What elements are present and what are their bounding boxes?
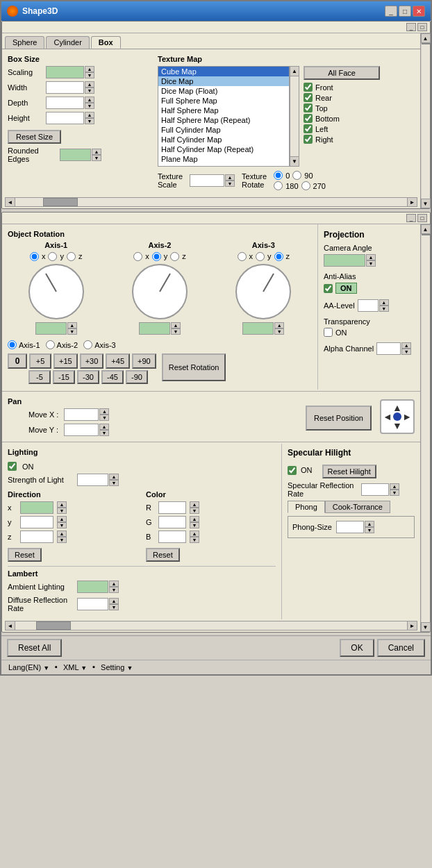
axis3-z-radio[interactable] [274,252,283,261]
plus5-button[interactable]: +5 [29,353,51,369]
ref-rate-input[interactable]: 0,30 [361,483,389,496]
depth-down[interactable]: ▼ [85,103,94,109]
panel-maximize-button[interactable]: □ [417,23,427,31]
minimize-button[interactable]: _ [385,6,397,17]
ref-rate-down[interactable]: ▼ [390,490,399,496]
xml-menu[interactable]: XML ▼ [60,662,90,672]
axis2-y-radio[interactable] [152,252,161,261]
strength-down[interactable]: ▼ [109,480,119,486]
lang-menu[interactable]: Lang(EN) ▼ [6,662,52,672]
camera-angle-up[interactable]: ▲ [366,254,376,260]
plus30-button[interactable]: +30 [80,353,104,369]
reset-size-button[interactable]: Reset Size [8,130,61,144]
axis1-z-radio[interactable] [67,252,76,261]
axis2-down[interactable]: ▼ [171,328,181,335]
camera-angle-input[interactable]: 30,0 [324,254,365,267]
axis2-up[interactable]: ▲ [171,322,181,328]
depth-input[interactable]: 1,000 [46,97,84,109]
texture-rotate-270[interactable] [301,181,310,190]
move-y-input[interactable]: 0,000 [64,424,99,436]
axis3-value-input[interactable]: 30,0 [242,322,274,335]
axsel-2-radio[interactable] [46,340,55,349]
axsel-1-radio[interactable] [8,340,17,349]
texture-rotate-180[interactable] [274,181,283,190]
scroll-right-arrow[interactable]: ► [407,198,417,206]
height-down[interactable]: ▼ [85,118,94,124]
axis3-x-radio[interactable] [238,252,247,261]
zero-button[interactable]: 0 [8,353,27,369]
listbox-scrollbar[interactable]: ▲ ▼ [290,66,299,167]
tab-cylinder[interactable]: Cylinder [46,36,89,49]
color-r-down[interactable]: ▼ [190,508,199,514]
axis2-x-radio[interactable] [133,252,142,261]
list-item[interactable]: Half Cylinder Map [158,135,289,144]
aa-level-input[interactable]: 1 [358,299,379,312]
texture-listbox[interactable]: Cube Map Dice Map Dice Map (Float) Full … [158,66,290,167]
dir-z-down[interactable]: ▼ [57,537,67,543]
list-item[interactable]: Dice Map [158,76,289,86]
close-button[interactable]: ✕ [413,6,425,17]
height-input[interactable]: 1,000 [46,112,84,124]
axis1-down[interactable]: ▼ [67,328,77,335]
aa-level-down[interactable]: ▼ [379,306,389,312]
dir-x-down[interactable]: ▼ [57,508,67,514]
strength-up[interactable]: ▲ [109,474,119,480]
axis1-value-input[interactable]: 120,0 [35,322,67,335]
scroll-top-arrow[interactable]: ▲ [421,33,431,43]
scaling-down[interactable]: ▼ [85,72,94,78]
texture-rotate-0[interactable] [274,171,283,180]
scroll-right-arrow-2[interactable]: ► [407,621,417,630]
list-item[interactable]: Plane Map [158,154,289,164]
transparency-checkbox[interactable] [324,328,333,337]
color-g-input[interactable]: 255 [158,516,186,528]
move-x-up[interactable]: ▲ [99,408,109,415]
diffuse-up[interactable]: ▲ [109,598,119,604]
face-front-checkbox[interactable] [304,83,313,92]
minus90-button[interactable]: -90 [126,370,148,384]
width-up[interactable]: ▲ [85,81,94,87]
plus90-button[interactable]: +90 [132,353,156,369]
tab-sphere[interactable]: Sphere [5,36,44,49]
specular-on-checkbox[interactable] [288,466,297,475]
dir-x-up[interactable]: ▲ [57,501,67,508]
reset-hilight-button[interactable]: Reset Hilight [322,465,376,478]
maximize-button[interactable]: □ [399,6,411,17]
rounded-down[interactable]: ▼ [92,155,101,161]
scaling-up[interactable]: ▲ [85,66,94,72]
cook-torrance-tab[interactable]: Cook-Torrance [325,501,390,513]
scroll-bottom-arrow-2[interactable]: ▼ [421,622,431,632]
face-bottom-checkbox[interactable] [304,114,313,123]
dir-y-up[interactable]: ▲ [57,516,67,522]
axis3-y-radio[interactable] [256,252,265,261]
diffuse-down[interactable]: ▼ [109,604,119,610]
list-item[interactable]: Half Sphere Map (Repeat) [158,115,289,125]
ambient-input[interactable]: 0,35 [77,581,108,593]
face-top-checkbox[interactable] [304,103,313,112]
panel2-maximize-button[interactable]: □ [417,214,427,222]
color-g-down[interactable]: ▼ [190,522,199,528]
dir-z-input[interactable]: 0,50 [20,531,53,543]
list-item[interactable]: Cube Map [158,67,289,76]
ambient-down[interactable]: ▼ [109,587,119,593]
phong-size-up[interactable]: ▲ [365,521,374,527]
color-b-up[interactable]: ▲ [190,531,199,537]
reset-rotation-button[interactable]: Reset Rotation [162,353,226,381]
list-item[interactable]: Full Cylinder Map [158,125,289,135]
panel-minimize-button[interactable]: _ [406,23,416,31]
scroll-left-arrow[interactable]: ◄ [6,198,15,206]
color-b-down[interactable]: ▼ [190,537,199,543]
scroll-bottom-arrow[interactable]: ▼ [421,199,431,208]
scroll-top-arrow-2[interactable]: ▲ [421,224,431,234]
strength-input[interactable]: 1,00 [77,474,108,486]
axis1-y-radio[interactable] [48,252,57,261]
phong-tab[interactable]: Phong [288,501,325,513]
axis1-up[interactable]: ▲ [67,322,77,328]
width-down[interactable]: ▼ [85,87,94,94]
lighting-on-checkbox[interactable] [8,462,17,471]
plus15-button[interactable]: +15 [53,353,78,369]
alpha-channel-input[interactable]: 208 [376,342,401,355]
anti-alias-checkbox[interactable] [324,284,333,293]
dir-z-up[interactable]: ▲ [57,531,67,537]
color-reset-button[interactable]: Reset [146,548,180,562]
texture-rotate-90[interactable] [292,171,301,180]
